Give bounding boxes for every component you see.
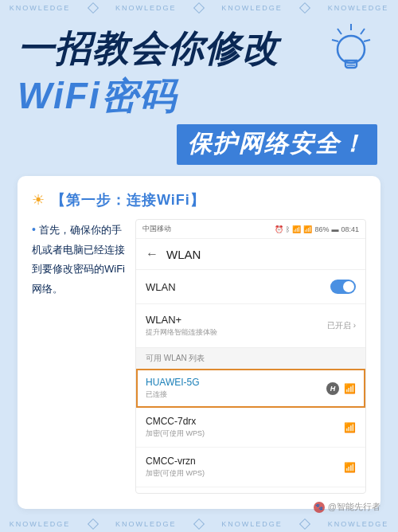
hero-line3: 保护网络安全！ bbox=[177, 124, 377, 165]
wifi-row[interactable]: CMCC-vrzn加密(可使用 WPS)📶 bbox=[136, 448, 365, 487]
lightbulb-icon bbox=[328, 22, 374, 81]
wlan-plus-status: 已开启 › bbox=[327, 320, 356, 331]
phone-screenshot: 中国移动 ⏰ ᛒ 📶 📶 86% ▬ 08:41 ← WLAN WLAN bbox=[135, 219, 366, 494]
instruction-card: ☀ 【第一步：连接WiFi】 •首先，确保你的手机或者电脑已经连接到要修改密码的… bbox=[18, 176, 380, 509]
paw-icon: 🐾 bbox=[314, 502, 325, 513]
wifi-sub: 加密(可使用 WPS) bbox=[146, 468, 205, 479]
wifi-sub: 已连接 bbox=[146, 389, 200, 400]
wlan-plus-sub: 提升网络智能连接体验 bbox=[146, 327, 217, 338]
hero-line1: 一招教会你修改 bbox=[18, 24, 380, 73]
wlan-toggle-row[interactable]: WLAN bbox=[136, 269, 365, 303]
svg-line-1 bbox=[338, 29, 341, 34]
wifi-sub: 加密(可使用 WPS) bbox=[146, 428, 205, 439]
step-description: •首先，确保你的手机或者电脑已经连接到要修改密码的WiFi网络。 bbox=[32, 219, 127, 494]
screen-title: WLAN bbox=[166, 248, 201, 261]
svg-line-3 bbox=[332, 40, 338, 41]
svg-line-2 bbox=[361, 29, 365, 34]
step-title: 【第一步：连接WiFi】 bbox=[51, 190, 205, 209]
wifi-status-icon: 📶 bbox=[292, 225, 301, 233]
available-list-header: 可用 WLAN 列表 bbox=[136, 347, 365, 369]
knowledge-band-top: KNOWLEDGE KNOWLEDGE KNOWLEDGE KNOWLEDGE bbox=[0, 0, 398, 16]
chevron-right-icon: › bbox=[353, 321, 356, 330]
wlan-label: WLAN bbox=[146, 281, 176, 293]
signal-icon: 📶 bbox=[303, 225, 312, 233]
wifi-ssid: CMCC-7drx bbox=[146, 416, 205, 427]
wifi-signal-icon: 📶 bbox=[344, 422, 356, 433]
wifi-ssid: HUAWEI-5G bbox=[146, 377, 200, 388]
sun-icon: ☀ bbox=[32, 191, 45, 209]
wifi-row[interactable]: CMCC-7drx加密(可使用 WPS)📶 bbox=[136, 408, 365, 448]
wifi-signal-icon: 📶 bbox=[344, 462, 356, 473]
wlan-plus-row[interactable]: WLAN+ 提升网络智能连接体验 已开启 › bbox=[136, 303, 365, 347]
bluetooth-icon: ᛒ bbox=[286, 225, 290, 233]
battery-icon: ▬ bbox=[331, 225, 338, 233]
svg-point-5 bbox=[338, 36, 365, 63]
huawei-badge-icon: H bbox=[326, 382, 339, 395]
battery-label: 86% bbox=[314, 225, 329, 233]
svg-line-4 bbox=[364, 40, 370, 41]
knowledge-band-bottom: KNOWLEDGE KNOWLEDGE KNOWLEDGE KNOWLEDGE bbox=[0, 516, 398, 532]
hero-line2: WiFi密码 bbox=[18, 72, 380, 121]
back-icon[interactable]: ← bbox=[146, 247, 158, 261]
carrier-label: 中国移动 bbox=[142, 224, 171, 234]
hero: 一招教会你修改 WiFi密码 保护网络安全！ bbox=[0, 16, 398, 165]
status-bar: 中国移动 ⏰ ᛒ 📶 📶 86% ▬ 08:41 bbox=[136, 220, 365, 238]
watermark: 🐾 @智能先行者 bbox=[314, 501, 380, 513]
wlan-plus-title: WLAN+ bbox=[146, 314, 217, 326]
wifi-row[interactable]: HUAWEI-5G已连接H📶 bbox=[136, 369, 365, 408]
alarm-icon: ⏰ bbox=[275, 225, 283, 233]
wifi-signal-icon: 📶 bbox=[344, 383, 356, 394]
wifi-list: HUAWEI-5G已连接H📶CMCC-7drx加密(可使用 WPS)📶CMCC-… bbox=[136, 369, 365, 487]
time-label: 08:41 bbox=[341, 225, 359, 233]
wlan-toggle[interactable] bbox=[330, 280, 356, 294]
bullet-icon: • bbox=[32, 223, 36, 236]
wifi-ssid: CMCC-vrzn bbox=[146, 456, 205, 467]
